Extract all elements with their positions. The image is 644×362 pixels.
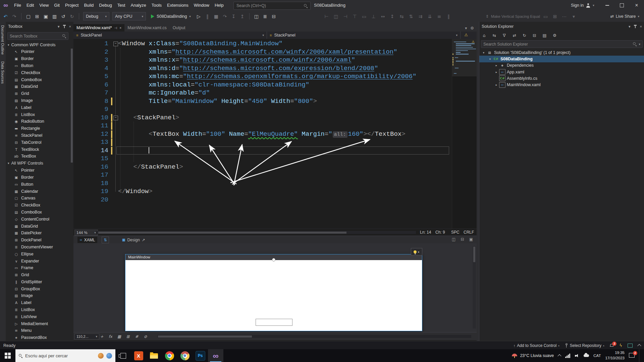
- toolbox-search-input[interactable]: Search Toolbox: [7, 32, 68, 40]
- fold-toggle-icon[interactable]: −: [113, 42, 118, 46]
- toolbox-item-radiobutton[interactable]: ◉RadioButton: [6, 118, 70, 125]
- preview-textbox-control[interactable]: [256, 319, 292, 326]
- disable-project-code-icon[interactable]: ⊘: [143, 334, 148, 339]
- same-height-icon[interactable]: ↕: [389, 14, 395, 19]
- refresh-icon[interactable]: ↻: [522, 33, 527, 38]
- toolbox-item-contentcontrol[interactable]: ◇ContentControl: [6, 216, 70, 223]
- toolbox-item-mediaelement[interactable]: ▷MediaElement: [6, 320, 70, 327]
- toolbox-item-textblock[interactable]: TTextBlock: [6, 146, 70, 153]
- close-icon[interactable]: [640, 24, 642, 28]
- show-all-files-icon[interactable]: ▤: [542, 33, 547, 38]
- margin-anchor-handle[interactable]: [272, 258, 275, 261]
- fold-toggle-icon[interactable]: −: [113, 116, 118, 120]
- toolbox-item-canvas[interactable]: ▢Canvas: [6, 195, 70, 202]
- menu-extensions[interactable]: Extensions: [164, 0, 191, 11]
- toolbox-item-listview[interactable]: ≣ListView: [6, 313, 70, 320]
- text-align-icon[interactable]: ≡: [436, 14, 442, 19]
- tab-data-sources[interactable]: Data Sources: [0, 58, 5, 87]
- close-icon[interactable]: ×: [119, 26, 121, 30]
- menu-window[interactable]: Window: [191, 0, 212, 11]
- toolbox-item-documentviewer[interactable]: ≣DocumentViewer: [6, 244, 70, 251]
- toolbox-group-header[interactable]: ▾Common WPF Controls: [6, 41, 70, 48]
- sync-with-active-document-icon[interactable]: ⇄: [512, 33, 517, 38]
- properties-icon[interactable]: ⚙: [552, 33, 557, 38]
- navigate-forward-icon[interactable]: ↷: [11, 14, 17, 19]
- taskbar-file-explorer[interactable]: [146, 349, 162, 362]
- align-centers-icon[interactable]: ◫: [333, 14, 339, 19]
- menu-git[interactable]: Git: [51, 0, 62, 11]
- menu-debug[interactable]: Debug: [96, 0, 114, 11]
- design-vertical-scrollbar[interactable]: [473, 246, 476, 328]
- expander-icon[interactable]: ▸: [494, 64, 499, 67]
- stop-icon[interactable]: ■: [213, 14, 219, 19]
- volume-icon[interactable]: [575, 354, 579, 358]
- menu-view[interactable]: View: [37, 0, 51, 11]
- toolbox-item-label[interactable]: ALabel: [6, 104, 70, 111]
- live-share-button[interactable]: Live Share: [610, 11, 639, 22]
- close-button[interactable]: [629, 0, 644, 11]
- switch-views-icon[interactable]: ⇆: [491, 33, 497, 38]
- size-to-grid-icon[interactable]: ▭: [543, 14, 548, 19]
- start-button[interactable]: [0, 349, 15, 362]
- taskbar-chrome[interactable]: [162, 349, 177, 362]
- toolbox-item-border[interactable]: ▣Border: [6, 174, 70, 181]
- notifications-button[interactable]: 2: [609, 344, 614, 348]
- taskbar-office-x-app[interactable]: X: [131, 349, 146, 362]
- home-icon[interactable]: ⌂: [481, 33, 487, 38]
- step-into-icon[interactable]: ↧: [231, 14, 236, 19]
- design-pane-tab[interactable]: Design: [120, 237, 148, 243]
- solution-explorer-search-input[interactable]: Search Solution Explorer: [481, 40, 643, 48]
- tree-item[interactable]: ▾C#S08DataBinding: [479, 56, 644, 62]
- keyboard-language-indicator[interactable]: CAT: [593, 354, 601, 358]
- toolbox-item-listbox[interactable]: ≣ListBox: [6, 111, 70, 118]
- solution-configuration-dropdown[interactable]: Debug: [83, 12, 109, 20]
- taskbar-clock[interactable]: 19:35 17/10/2023: [605, 350, 625, 361]
- toolbox-item-rectangle[interactable]: ▬Rectangle: [6, 125, 70, 132]
- taskbar-visual-studio[interactable]: ∞: [208, 349, 223, 362]
- toolbox-item-passwordbox[interactable]: ∗PasswordBox: [6, 334, 70, 341]
- menu-edit[interactable]: Edit: [24, 0, 37, 11]
- grid-lines-icon[interactable]: ∥: [446, 14, 451, 19]
- bookmark-icon[interactable]: ⊟: [271, 14, 277, 19]
- taskbar-chrome-secondary[interactable]: [177, 349, 193, 362]
- design-surface[interactable]: MainWindow: [73, 243, 477, 332]
- show-desktop-button[interactable]: [639, 349, 641, 362]
- taskbar-task-view[interactable]: [115, 349, 131, 362]
- xaml-pane-tab[interactable]: XAML: [77, 237, 97, 243]
- toolbox-item-grid[interactable]: ⊞Grid: [6, 272, 70, 279]
- breadcrumb-member-dropdown[interactable]: StackPanel: [267, 32, 461, 39]
- snap-grid-icon[interactable]: ⊞: [125, 334, 131, 339]
- line-ending-indicator[interactable]: CRLF: [464, 230, 474, 235]
- swap-panes-button[interactable]: [102, 237, 109, 243]
- tree-item[interactable]: ▾▤Solution 'S08DataBinding' (1 of 1 proj…: [479, 49, 644, 56]
- menu-analyze[interactable]: Analyze: [128, 0, 149, 11]
- toolbar-options-icon[interactable]: ▾: [571, 14, 577, 19]
- lightning-icon[interactable]: [619, 343, 622, 348]
- expander-icon[interactable]: ▸: [494, 83, 499, 86]
- toolbox-item-combobox[interactable]: ▤ComboBox: [6, 76, 70, 83]
- undo-icon[interactable]: ↺: [60, 14, 66, 19]
- screen-share-icon[interactable]: [628, 344, 633, 348]
- expander-icon[interactable]: ▾: [488, 57, 492, 61]
- distribute-horizontal-icon[interactable]: ⇉: [418, 14, 423, 19]
- new-file-icon[interactable]: ▢: [25, 14, 31, 19]
- tree-item[interactable]: C#AssemblyInfo.cs: [479, 75, 644, 81]
- tree-item[interactable]: ▸◈Dependencies: [479, 62, 644, 69]
- toolbox-item-tabcontrol[interactable]: ⊟TabControl: [6, 139, 70, 146]
- toolbox-item-pointer[interactable]: ↖Pointer: [6, 167, 70, 174]
- start-without-debugging-icon[interactable]: ▷: [196, 14, 202, 19]
- quick-search-box[interactable]: Search (Ctrl+Q): [233, 2, 311, 10]
- pin-icon[interactable]: ⊣: [114, 26, 117, 30]
- same-width-icon[interactable]: ↔: [380, 14, 386, 19]
- editor-zoom-dropdown[interactable]: 144 %: [74, 230, 98, 236]
- sign-in-button[interactable]: Sign in: [571, 0, 594, 11]
- toolbox-item-groupbox[interactable]: ⊡GroupBox: [6, 285, 70, 292]
- weather-widget[interactable]: 23°C Lluvia suave: [511, 353, 554, 358]
- toolbox-item-datagrid[interactable]: ▦DataGrid: [6, 223, 70, 230]
- design-zoom-dropdown[interactable]: 110,2...: [74, 334, 99, 340]
- menu-file[interactable]: File: [11, 0, 24, 11]
- pin-icon[interactable]: [634, 25, 637, 28]
- expander-icon[interactable]: ▾: [481, 51, 486, 54]
- designer-suggestions-button[interactable]: [411, 248, 422, 255]
- toolbox-item-image[interactable]: ▨Image: [6, 292, 70, 299]
